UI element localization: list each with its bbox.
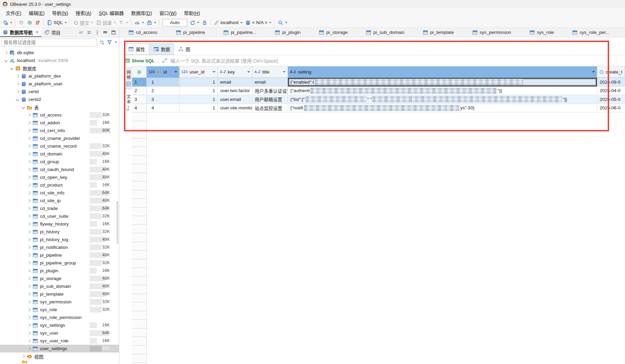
menu-item[interactable]: 搜索(A) [72, 8, 95, 17]
tree-item-cd_cname_record[interactable]: cd_cname_record32K [0, 142, 119, 150]
chevron-right-icon[interactable] [27, 137, 31, 140]
dashboard-button[interactable] [133, 19, 145, 26]
empty-row-number-cell[interactable] [132, 208, 147, 216]
cell-key[interactable]: user.two.factor [218, 87, 252, 95]
commit-mode-select[interactable]: Auto [162, 19, 187, 26]
chevron-right-icon[interactable] [27, 160, 31, 164]
tree-item-sys_permission[interactable]: sys_permission32K [0, 298, 119, 306]
tree-item-cut[interactable] [0, 360, 119, 363]
cell-setting[interactable]: {"authenti"}} [288, 87, 597, 95]
cell-title[interactable]: email [252, 78, 288, 87]
chevron-right-icon[interactable] [27, 191, 31, 195]
tab-database-navigator[interactable]: 数据库导航 ✕ [0, 28, 42, 37]
editor-tab-pi_storage[interactable]: pi_storage [310, 28, 357, 37]
empty-row-number-cell[interactable] [132, 346, 147, 355]
results-tab-数据[interactable]: 数据 [149, 43, 174, 55]
chevron-down-icon[interactable] [10, 67, 14, 70]
empty-row-number-cell[interactable] [132, 251, 147, 259]
menu-item[interactable]: SQL 编辑器 [95, 8, 127, 17]
column-header-key[interactable]: A-Zkey [218, 66, 252, 78]
tree-item-cd_addon[interactable]: cd_addon16K [0, 119, 119, 127]
cell-create-time[interactable]: 2024-09-0 [597, 78, 625, 87]
commit-button[interactable]: 提交 [72, 18, 95, 27]
filter-caret[interactable] [115, 42, 117, 43]
empty-row-number-cell[interactable] [132, 181, 147, 190]
chevron-right-icon[interactable] [16, 82, 19, 86]
chevron-right-icon[interactable] [27, 176, 31, 179]
sql-filter-input[interactable]: 输入一个 SQL 表达式来过滤结果 (使用 Ctrl+Space) [171, 57, 278, 64]
view-menu-icon[interactable] [95, 30, 100, 35]
column-filter-caret[interactable] [247, 71, 250, 73]
empty-row-number-cell[interactable] [132, 354, 147, 363]
tree-item-sys_settings[interactable]: sys_settings16K [0, 321, 119, 329]
chevron-right-icon[interactable] [27, 316, 31, 319]
cell-user-id[interactable]: 1 [180, 104, 218, 113]
presentation-网格[interactable]: 网格 [124, 68, 133, 89]
tree-item-ai_platform_dex[interactable]: ai_platform_dex [0, 72, 119, 80]
cell-id[interactable]: 1 [147, 78, 180, 87]
column-filter-caret[interactable] [592, 71, 595, 73]
editor-tab-sys_permission[interactable]: sys_permission [463, 28, 520, 37]
empty-row-number-cell[interactable] [132, 121, 147, 130]
chevron-right-icon[interactable] [27, 331, 31, 335]
empty-row-number-cell[interactable] [132, 147, 147, 156]
chevron-right-icon[interactable] [27, 308, 31, 312]
column-header-user_id[interactable]: 123user_id [180, 66, 218, 78]
presentation-文本[interactable]: 文本 [124, 92, 133, 113]
tree-item-sys_user[interactable]: sys_user64K [0, 329, 119, 337]
chevron-down-icon[interactable] [16, 98, 19, 101]
cell-user-id[interactable]: 1 [180, 95, 218, 104]
tree-item-pi_plugin[interactable]: pi_plugin16K [0, 267, 119, 275]
tree-item-cd_trade[interactable]: cd_trade64K [0, 205, 119, 212]
tree-item-cd_site_ip[interactable]: cd_site_ip48K [0, 197, 119, 205]
chevron-right-icon[interactable] [27, 121, 31, 125]
chevron-right-icon[interactable] [27, 261, 31, 265]
expand-filter-icon[interactable] [162, 58, 167, 63]
cell-user-id[interactable]: 1 [180, 87, 218, 95]
empty-row-number-cell[interactable] [132, 277, 147, 285]
chevron-right-icon[interactable] [27, 269, 31, 273]
empty-row-number-cell[interactable] [132, 311, 147, 320]
tree-item-ai_platform_user[interactable]: ai_platform_user [0, 80, 119, 88]
empty-row-number-cell[interactable] [132, 233, 147, 242]
tree-item-certd[interactable]: certd [0, 88, 119, 95]
refresh-button[interactable] [188, 19, 201, 26]
empty-row-number-cell[interactable] [132, 156, 147, 165]
tree-item-数据库[interactable]: 数据库 [0, 64, 119, 72]
column-header-title[interactable]: A-Ztitle [252, 66, 288, 78]
chevron-right-icon[interactable] [27, 129, 31, 132]
cell-id[interactable]: 3 [147, 95, 180, 104]
empty-row-number-cell[interactable] [132, 268, 147, 277]
menu-item[interactable]: 文件(F) [2, 8, 25, 17]
chevron-right-icon[interactable] [27, 238, 31, 241]
grid-corner-cell[interactable] [132, 66, 147, 78]
column-filter-caret[interactable] [213, 71, 215, 73]
row-number-cell[interactable]: 3 [132, 95, 147, 104]
lock-button[interactable] [201, 19, 209, 26]
results-tab-属性[interactable]: 属性 [124, 43, 149, 55]
rollback-button[interactable]: 回滚 [95, 18, 117, 27]
cell-id[interactable]: 4 [147, 104, 180, 113]
cell-create-time[interactable]: 2025-06-0 [597, 104, 625, 113]
editor-tab-sys_role[interactable]: sys_role [520, 28, 563, 37]
chevron-right-icon[interactable] [27, 277, 31, 280]
empty-row-number-cell[interactable] [132, 337, 147, 346]
cell-title[interactable]: 站点监控设置 [252, 104, 288, 113]
chevron-right-icon[interactable] [27, 199, 31, 202]
row-number-cell[interactable]: 1 [132, 78, 147, 87]
tree-item-cd_open_key[interactable]: cd_open_key48K [0, 173, 119, 181]
menu-item[interactable]: 数据库(D) [127, 8, 155, 17]
editor-tab-sys_role_per[interactable]: sys_role_per... [563, 28, 619, 37]
cell-key[interactable]: user.email [218, 95, 252, 104]
editor-tab-pi_template[interactable]: pi_template [414, 28, 463, 37]
sidebar-scrollbar[interactable] [117, 201, 118, 244]
chevron-right-icon[interactable] [4, 51, 8, 55]
chevron-right-icon[interactable] [27, 145, 31, 148]
tree-item-sys_role_permission[interactable]: sys_role_permission [0, 314, 119, 321]
chevron-right-icon[interactable] [27, 300, 31, 304]
cell-title[interactable]: 用户邮箱设置 [252, 95, 288, 104]
collapse-all-icon[interactable] [78, 30, 84, 35]
chevron-right-icon[interactable] [27, 293, 31, 296]
chevron-right-icon[interactable] [27, 222, 31, 226]
cell-user-id[interactable]: 1 [180, 78, 218, 87]
